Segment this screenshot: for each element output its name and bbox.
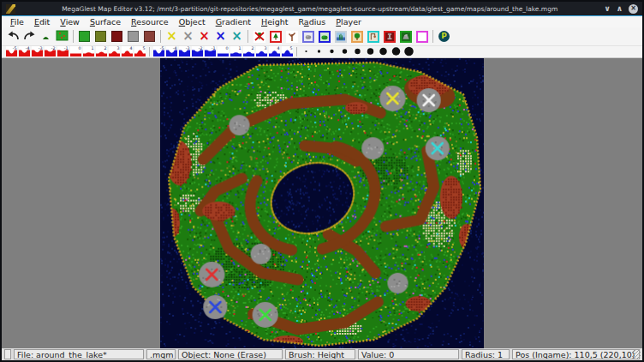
close-button[interactable]: × <box>629 4 638 14</box>
redo-button[interactable] <box>21 28 38 45</box>
svg-text:-3: -3 <box>39 46 43 50</box>
random-height-button[interactable] <box>54 28 70 45</box>
menu-gradient[interactable]: Gradient <box>211 17 256 27</box>
object-bush-icon <box>319 31 331 43</box>
resize-grip[interactable] <box>632 350 641 359</box>
svg-text:5: 5 <box>143 46 146 50</box>
object-hanged-button[interactable] <box>365 28 381 45</box>
menu-resource[interactable]: Resource <box>126 17 174 27</box>
surface-ground-button[interactable] <box>141 28 158 45</box>
brush-height-2-button[interactable]: 2 <box>95 46 108 57</box>
brush-gradient-5-button[interactable]: 5 <box>281 46 294 57</box>
maximize-button[interactable]: ∧ <box>617 5 623 13</box>
object-water-object-button[interactable] <box>332 28 349 45</box>
height-mound-icon <box>39 28 52 45</box>
brush-height--2-button[interactable]: -2 <box>44 46 57 57</box>
brush-gradient-1-button[interactable]: 1 <box>230 46 242 57</box>
radius-6-button[interactable] <box>364 46 377 57</box>
object-none-erase-button[interactable] <box>251 28 267 45</box>
object-hanged-icon <box>367 31 379 43</box>
menu-radius[interactable]: Radius <box>293 17 331 27</box>
radius-4-button[interactable] <box>338 46 351 57</box>
resource-custom3-button[interactable]: × <box>229 28 245 45</box>
brush-gradient-4-button[interactable]: 4 <box>268 46 281 57</box>
surface-stone-button[interactable] <box>125 28 141 45</box>
brush-height--5-button[interactable]: -5 <box>5 46 18 57</box>
brush-height-1-button[interactable]: 1 <box>82 46 95 57</box>
svg-text:0: 0 <box>79 46 81 50</box>
object-tree-button[interactable] <box>267 28 283 45</box>
surface-secondary-grass-button[interactable] <box>92 28 109 45</box>
menu-edit[interactable]: Edit <box>29 17 55 27</box>
radius-3-button[interactable] <box>325 46 338 57</box>
undo-button[interactable] <box>5 28 21 45</box>
object-dead-tree-button[interactable] <box>283 28 300 45</box>
brush-gradient--5-button[interactable]: -5 <box>152 46 165 57</box>
resource-custom1-button[interactable]: × <box>196 28 212 45</box>
menu-height[interactable]: Height <box>256 17 293 27</box>
svg-text:-5: -5 <box>160 46 164 50</box>
brush-gradient--2-button[interactable]: -2 <box>191 46 204 57</box>
resource-stone-button[interactable]: × <box>180 28 196 45</box>
resource-gold-button[interactable]: × <box>164 28 180 45</box>
radius-7-button[interactable] <box>377 46 390 57</box>
object-stone-button[interactable] <box>300 28 316 45</box>
radius-8-button[interactable] <box>390 46 402 57</box>
menu-surface[interactable]: Surface <box>85 17 126 27</box>
brush-gradient-2-button[interactable]: 2 <box>242 46 255 57</box>
brush-height--4-button[interactable]: -4 <box>18 46 31 57</box>
menu-player[interactable]: Player <box>331 17 367 27</box>
brush-gradient--3-button[interactable]: -3 <box>178 46 191 57</box>
brush-height-0-button[interactable]: 0 <box>69 46 82 57</box>
object-bush-button[interactable] <box>316 28 332 45</box>
radius-5-button[interactable] <box>351 46 364 57</box>
surface-grass-button[interactable] <box>76 28 92 45</box>
svg-text:-1: -1 <box>64 46 69 50</box>
brush-toolbar: -5-4-3-2-1012345-5-4-3-2-1012345 <box>2 46 642 58</box>
svg-text:1: 1 <box>92 46 94 50</box>
status-object: Object: None (Erase) <box>178 349 283 359</box>
radius-1-button[interactable] <box>300 46 313 57</box>
svg-text:-2: -2 <box>199 46 203 50</box>
object-big-rock-button[interactable] <box>397 28 414 45</box>
surface-ground-icon <box>144 31 155 42</box>
height-brush-button[interactable] <box>38 28 54 45</box>
brush-gradient--1-button[interactable]: -1 <box>204 46 217 57</box>
random-height-icon <box>56 28 69 45</box>
surface-road-button[interactable] <box>109 28 125 45</box>
resource-custom2-button[interactable]: × <box>212 28 229 45</box>
brush-height-3-button[interactable]: 3 <box>108 46 121 57</box>
surface-road-icon <box>111 31 122 42</box>
map-canvas[interactable] <box>160 58 483 348</box>
resource-gold-icon: × <box>166 31 177 42</box>
brush-height--3-button[interactable]: -3 <box>31 46 44 57</box>
svg-text:-1: -1 <box>212 46 216 50</box>
object-none-erase-icon <box>253 31 265 43</box>
title-bar[interactable]: MegaGlest Map Editor v3.12; /mnt/3-parti… <box>2 2 642 16</box>
svg-text:0: 0 <box>226 46 229 50</box>
brush-gradient--4-button[interactable]: -4 <box>165 46 178 57</box>
status-extension: .mgm <box>146 349 176 359</box>
menu-file[interactable]: File <box>5 17 29 27</box>
radius-2-button[interactable] <box>313 46 325 57</box>
toolbar-separator <box>73 30 74 43</box>
brush-height-4-button[interactable]: 4 <box>121 46 134 57</box>
menu-view[interactable]: View <box>55 17 85 27</box>
svg-text:-2: -2 <box>51 46 56 50</box>
app-window: MegaGlest Map Editor v3.12; /mnt/3-parti… <box>0 0 644 362</box>
brush-height-5-button[interactable]: 5 <box>134 46 146 57</box>
brush-gradient-0-button[interactable]: 0 <box>217 46 230 57</box>
players-button[interactable]: P <box>436 28 452 45</box>
brush-gradient-3-button[interactable]: 3 <box>255 46 268 57</box>
object-big-tree-button[interactable] <box>349 28 365 45</box>
object-statue-button[interactable] <box>381 28 397 45</box>
object-invisible-button[interactable] <box>414 28 430 45</box>
object-statue-icon <box>384 31 396 43</box>
window-title: MegaGlest Map Editor v3.12; /mnt/3-parti… <box>19 5 600 13</box>
redo-icon <box>23 28 36 45</box>
menu-object[interactable]: Object <box>174 17 211 27</box>
brush-height--1-button[interactable]: -1 <box>57 46 69 57</box>
resource-custom2-icon: × <box>215 31 226 42</box>
minimize-button[interactable]: ∨ <box>604 5 610 13</box>
radius-9-button[interactable] <box>402 46 415 57</box>
